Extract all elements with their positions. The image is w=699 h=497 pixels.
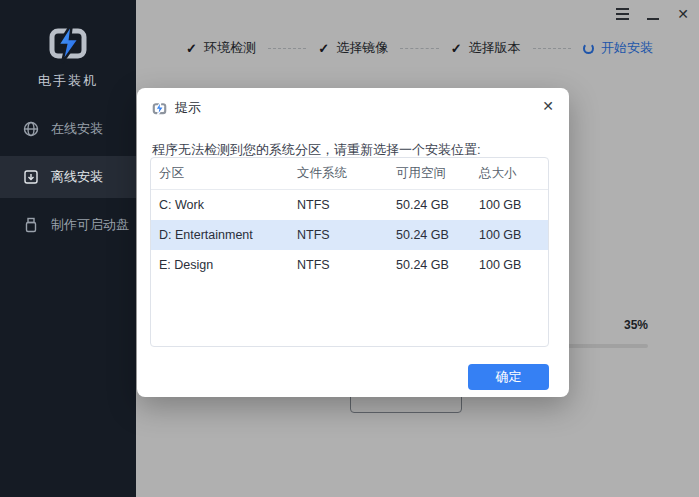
table-row-d[interactable]: D: Entertainment NTFS 50.24 GB 100 GB <box>151 220 548 250</box>
cell-total-size: 100 GB <box>466 198 548 212</box>
column-header-partition: 分区 <box>151 165 284 182</box>
sidebar-item-label: 制作可启动盘 <box>51 216 129 234</box>
dialog-title: 提示 <box>175 99 201 117</box>
cell-partition: D: Entertainment <box>151 228 284 242</box>
cell-free-space: 50.24 GB <box>383 228 466 242</box>
cell-total-size: 100 GB <box>466 228 548 242</box>
lightning-logo-icon <box>45 22 91 64</box>
sidebar-item-offline-install[interactable]: 离线安装 <box>0 156 136 198</box>
sidebar: 电手装机 在线安装 离线安装 <box>0 0 136 497</box>
installer-window: 电手装机 在线安装 离线安装 <box>0 0 699 497</box>
sidebar-item-make-bootable-disk[interactable]: 制作可启动盘 <box>0 204 136 246</box>
app-logo <box>0 22 136 64</box>
partition-dialog: 提示 ✕ 程序无法检测到您的系统分区，请重新选择一个安装位置: 分区 文件系统 … <box>137 88 569 397</box>
table-row-c[interactable]: C: Work NTFS 50.24 GB 100 GB <box>151 190 548 220</box>
column-header-filesystem: 文件系统 <box>284 165 383 182</box>
cell-filesystem: NTFS <box>284 198 383 212</box>
table-header-row: 分区 文件系统 可用空间 总大小 <box>151 158 548 190</box>
ok-button[interactable]: 确定 <box>468 364 549 390</box>
sidebar-item-label: 在线安装 <box>51 120 103 138</box>
app-name: 电手装机 <box>0 72 136 90</box>
dialog-header: 提示 <box>137 88 569 117</box>
partition-table: 分区 文件系统 可用空间 总大小 C: Work NTFS 50.24 GB 1… <box>150 157 549 347</box>
cell-free-space: 50.24 GB <box>383 258 466 272</box>
lightning-logo-icon <box>151 101 168 116</box>
cell-partition: C: Work <box>151 198 284 212</box>
column-header-free-space: 可用空间 <box>383 165 466 182</box>
column-header-total-size: 总大小 <box>466 165 548 182</box>
dialog-close-icon[interactable]: ✕ <box>542 98 554 114</box>
cell-partition: E: Design <box>151 258 284 272</box>
table-row-e[interactable]: E: Design NTFS 50.24 GB 100 GB <box>151 250 548 280</box>
usb-drive-icon <box>23 217 39 233</box>
cell-total-size: 100 GB <box>466 258 548 272</box>
cell-filesystem: NTFS <box>284 258 383 272</box>
sidebar-nav: 在线安装 离线安装 制作可启动盘 <box>0 108 136 246</box>
sidebar-item-online-install[interactable]: 在线安装 <box>0 108 136 150</box>
globe-icon <box>23 121 39 137</box>
download-box-icon <box>23 169 39 185</box>
sidebar-item-label: 离线安装 <box>51 168 103 186</box>
cell-free-space: 50.24 GB <box>383 198 466 212</box>
cell-filesystem: NTFS <box>284 228 383 242</box>
